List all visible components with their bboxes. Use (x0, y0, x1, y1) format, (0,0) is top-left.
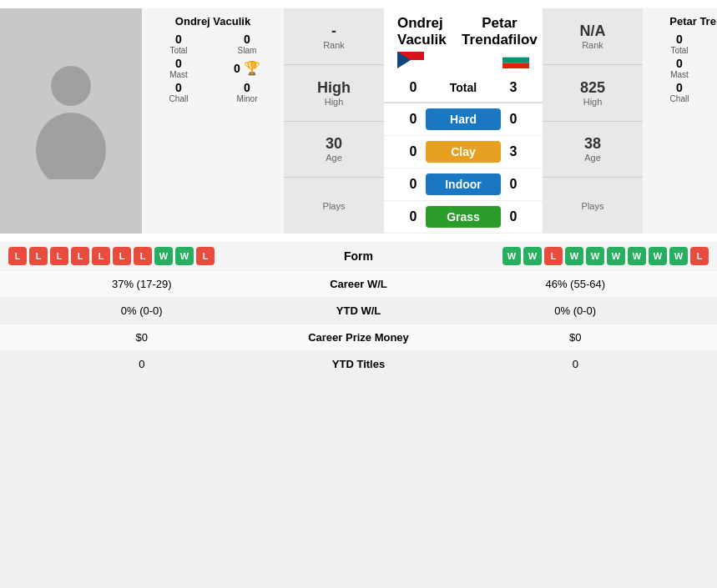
form-badge-l: L (50, 247, 68, 265)
player1-plays-block: Plays (284, 178, 384, 234)
stats-p1-val-3: 0 (8, 358, 275, 370)
svg-point-0 (51, 66, 91, 106)
form-badge-w: W (565, 247, 583, 265)
player2-rank-block: N/A Rank (543, 8, 643, 65)
clay-button: Clay (426, 141, 501, 163)
player2-form-badges: WWLWWWWWWL (502, 247, 709, 265)
grass-row: 0 Grass 0 (384, 201, 543, 234)
player2-age-val: 38 (584, 135, 601, 153)
form-badge-l: L (8, 247, 27, 265)
form-badge-l: L (544, 247, 563, 265)
form-badge-l: L (196, 247, 215, 265)
form-badge-w: W (586, 247, 604, 265)
flag-bulgarian (502, 52, 529, 68)
p2-clay-score: 3 (501, 144, 526, 159)
player1-age-val: 30 (326, 135, 342, 153)
player1-rank-val: - (331, 23, 336, 40)
stats-p1-val-2: $0 (8, 331, 275, 344)
stats-p1-val-0: 37% (17-29) (8, 278, 275, 290)
player2-chall-val: 0 Chall (649, 81, 709, 103)
player1-rank-label: Rank (323, 40, 345, 50)
form-badge-l: L (113, 247, 131, 265)
player1-form-badges: LLLLLLLWWL (8, 247, 215, 265)
player2-name-line2: Trendafilov (462, 32, 538, 48)
p2-grass-score: 0 (501, 209, 526, 224)
stats-label-0: Career W/L (275, 278, 442, 290)
player1-high-val: High (317, 79, 351, 97)
player1-trophy-row: 0 🏆 Main (217, 57, 277, 79)
form-label: Form (344, 249, 373, 263)
player1-high-label: High (325, 97, 344, 107)
form-badge-l: L (29, 247, 48, 265)
player2-age-label: Age (584, 153, 601, 163)
player2-stats-grid: 0 Total 0 Slam 0 Mast 0 🏆 0 Chall (649, 33, 717, 103)
hard-button: Hard (426, 108, 501, 130)
player2-high-block: 825 High (543, 65, 643, 122)
form-badge-w: W (502, 247, 521, 265)
svg-point-1 (36, 113, 106, 179)
svg-rect-7 (502, 63, 529, 68)
player2-header-name: Petar Trendafilov (470, 15, 529, 48)
player1-minor-val: 0 Minor (217, 81, 277, 103)
player1-chall-val: 0 Chall (149, 81, 209, 103)
indoor-row: 0 Indoor 0 (384, 168, 543, 201)
indoor-button: Indoor (426, 173, 501, 195)
p1-total-score: 0 (401, 80, 426, 95)
stats-label-3: YTD Titles (275, 358, 442, 370)
player2-high-val: 825 (580, 79, 605, 97)
player2-name: Petar Trendafilov (669, 15, 717, 28)
form-badge-w: W (154, 247, 173, 265)
flag-czech (397, 52, 424, 68)
player1-info: Ondrej Vaculik 0 Total 0 Slam 0 Mast 0 🏆 (142, 8, 284, 234)
form-section: LLLLLLLWWL Form WWLWWWWWWL (0, 242, 717, 270)
stats-row-1: 0% (0-0) YTD W/L 0% (0-0) (0, 297, 717, 324)
main-container: Ondrej Vaculik 0 Total 0 Slam 0 Mast 0 🏆 (0, 0, 717, 377)
p1-clay-score: 0 (401, 144, 426, 159)
form-badge-w: W (649, 247, 667, 265)
player2-plays-label: Plays (582, 201, 604, 211)
top-section: Ondrej Vaculik 0 Total 0 Slam 0 Mast 0 🏆 (0, 0, 717, 242)
stats-p2-val-2: $0 (442, 331, 709, 344)
p2-total-score: 3 (501, 80, 526, 95)
stats-row-0: 37% (17-29) Career W/L 46% (55-64) (0, 270, 717, 297)
player2-rank-val: N/A (580, 23, 606, 40)
player1-slam-val: 0 Slam (217, 33, 277, 55)
p2-hard-score: 0 (501, 112, 526, 127)
center-section: Ondrej Vaculik Petar Trendafilov (384, 8, 543, 234)
form-badge-l: L (71, 247, 89, 265)
player2-high-label: High (583, 97, 603, 107)
hard-row: 0 Hard 0 (384, 103, 543, 136)
player1-age-label: Age (326, 153, 342, 163)
form-badge-l: L (92, 247, 110, 265)
player1-rank-block: - Rank (284, 8, 384, 65)
stats-p1-val-1: 0% (0-0) (8, 304, 275, 317)
form-badge-w: W (523, 247, 542, 265)
player1-photo (0, 8, 142, 234)
player1-stats-grid: 0 Total 0 Slam 0 Mast 0 🏆 Main Main (149, 33, 277, 103)
form-badge-l: L (690, 247, 709, 265)
form-badge-w: W (669, 247, 688, 265)
player2-info: Petar Trendafilov 0 Total 0 Slam 0 Mast … (643, 8, 717, 234)
svg-rect-6 (502, 58, 529, 63)
player1-name: Ondrej Vaculik (175, 15, 250, 28)
player1-header-name: Ondrej Vaculik (397, 15, 457, 48)
form-badge-w: W (175, 247, 194, 265)
player2-plays-block: Plays (543, 178, 643, 234)
player1-plays-label: Plays (323, 201, 346, 211)
p1-grass-score: 0 (401, 209, 426, 224)
player1-age-block: 30 Age (284, 122, 384, 178)
form-badge-l: L (134, 247, 152, 265)
player2-mast-val: 0 Mast (649, 57, 709, 79)
clay-row: 0 Clay 3 (384, 136, 543, 168)
grass-button: Grass (426, 206, 501, 228)
p1-indoor-score: 0 (401, 177, 426, 192)
svg-rect-5 (502, 52, 529, 58)
stats-row-2: $0 Career Prize Money $0 (0, 324, 717, 350)
player2-total-val: 0 Total (649, 33, 709, 55)
stats-p2-val-3: 0 (442, 358, 709, 370)
player2-stats-panel: N/A Rank 825 High 38 Age Plays (543, 8, 643, 234)
trophy-icon-left: 🏆 (244, 60, 260, 76)
player2-name-line1: Petar (482, 15, 518, 32)
form-badge-w: W (607, 247, 625, 265)
stats-label-1: YTD W/L (275, 304, 442, 317)
